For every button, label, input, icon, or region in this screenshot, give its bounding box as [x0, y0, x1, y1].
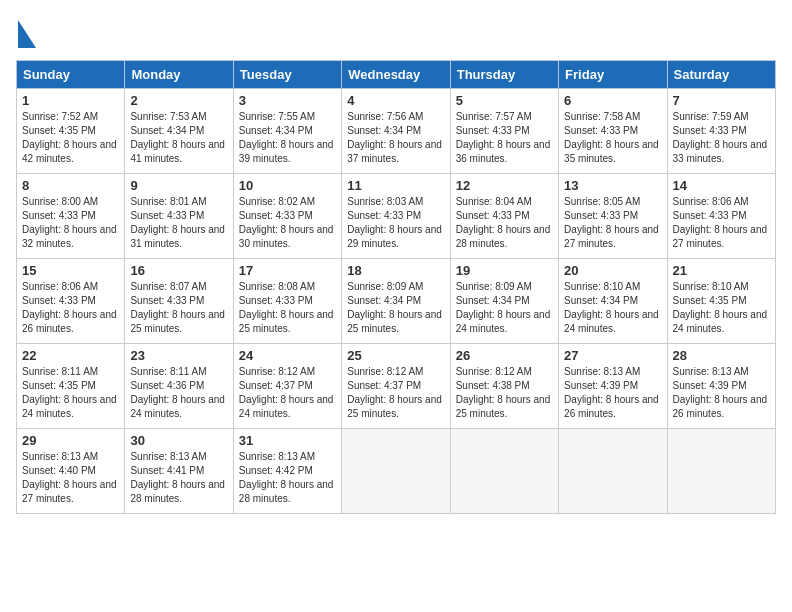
sunset-label: Sunset: 4:33 PM [456, 125, 530, 136]
calendar-cell: 24 Sunrise: 8:12 AM Sunset: 4:37 PM Dayl… [233, 344, 341, 429]
cell-content: Sunrise: 7:57 AM Sunset: 4:33 PM Dayligh… [456, 110, 553, 166]
sunset-label: Sunset: 4:42 PM [239, 465, 313, 476]
daylight-label: Daylight: 8 hours and 26 minutes. [564, 394, 659, 419]
day-number: 8 [22, 178, 119, 193]
sunset-label: Sunset: 4:34 PM [130, 125, 204, 136]
sunrise-label: Sunrise: 8:04 AM [456, 196, 532, 207]
calendar-cell: 15 Sunrise: 8:06 AM Sunset: 4:33 PM Dayl… [17, 259, 125, 344]
daylight-label: Daylight: 8 hours and 24 minutes. [130, 394, 225, 419]
daylight-label: Daylight: 8 hours and 24 minutes. [22, 394, 117, 419]
cell-content: Sunrise: 8:13 AM Sunset: 4:39 PM Dayligh… [564, 365, 661, 421]
day-number: 26 [456, 348, 553, 363]
cell-content: Sunrise: 8:06 AM Sunset: 4:33 PM Dayligh… [673, 195, 770, 251]
daylight-label: Daylight: 8 hours and 28 minutes. [456, 224, 551, 249]
cell-content: Sunrise: 8:11 AM Sunset: 4:36 PM Dayligh… [130, 365, 227, 421]
day-number: 27 [564, 348, 661, 363]
calendar-cell: 29 Sunrise: 8:13 AM Sunset: 4:40 PM Dayl… [17, 429, 125, 514]
cell-content: Sunrise: 8:06 AM Sunset: 4:33 PM Dayligh… [22, 280, 119, 336]
daylight-label: Daylight: 8 hours and 24 minutes. [456, 309, 551, 334]
sunset-label: Sunset: 4:35 PM [22, 380, 96, 391]
calendar-cell: 30 Sunrise: 8:13 AM Sunset: 4:41 PM Dayl… [125, 429, 233, 514]
daylight-label: Daylight: 8 hours and 36 minutes. [456, 139, 551, 164]
day-number: 4 [347, 93, 444, 108]
sunset-label: Sunset: 4:34 PM [347, 295, 421, 306]
cell-content: Sunrise: 8:07 AM Sunset: 4:33 PM Dayligh… [130, 280, 227, 336]
day-number: 17 [239, 263, 336, 278]
week-row-3: 15 Sunrise: 8:06 AM Sunset: 4:33 PM Dayl… [17, 259, 776, 344]
cell-content: Sunrise: 7:55 AM Sunset: 4:34 PM Dayligh… [239, 110, 336, 166]
daylight-label: Daylight: 8 hours and 33 minutes. [673, 139, 768, 164]
sunset-label: Sunset: 4:33 PM [347, 210, 421, 221]
day-number: 21 [673, 263, 770, 278]
cell-content: Sunrise: 7:52 AM Sunset: 4:35 PM Dayligh… [22, 110, 119, 166]
day-number: 28 [673, 348, 770, 363]
calendar-cell: 31 Sunrise: 8:13 AM Sunset: 4:42 PM Dayl… [233, 429, 341, 514]
daylight-label: Daylight: 8 hours and 42 minutes. [22, 139, 117, 164]
day-number: 5 [456, 93, 553, 108]
calendar-cell: 7 Sunrise: 7:59 AM Sunset: 4:33 PM Dayli… [667, 89, 775, 174]
weekday-header-saturday: Saturday [667, 61, 775, 89]
cell-content: Sunrise: 8:09 AM Sunset: 4:34 PM Dayligh… [456, 280, 553, 336]
day-number: 18 [347, 263, 444, 278]
cell-content: Sunrise: 8:13 AM Sunset: 4:41 PM Dayligh… [130, 450, 227, 506]
logo [16, 16, 106, 52]
sunset-label: Sunset: 4:33 PM [564, 210, 638, 221]
cell-content: Sunrise: 8:12 AM Sunset: 4:38 PM Dayligh… [456, 365, 553, 421]
weekday-header-sunday: Sunday [17, 61, 125, 89]
sunrise-label: Sunrise: 8:02 AM [239, 196, 315, 207]
cell-content: Sunrise: 8:02 AM Sunset: 4:33 PM Dayligh… [239, 195, 336, 251]
day-number: 25 [347, 348, 444, 363]
cell-content: Sunrise: 8:13 AM Sunset: 4:42 PM Dayligh… [239, 450, 336, 506]
calendar-cell [559, 429, 667, 514]
weekday-header-monday: Monday [125, 61, 233, 89]
daylight-label: Daylight: 8 hours and 27 minutes. [673, 224, 768, 249]
calendar-cell: 14 Sunrise: 8:06 AM Sunset: 4:33 PM Dayl… [667, 174, 775, 259]
calendar-cell: 9 Sunrise: 8:01 AM Sunset: 4:33 PM Dayli… [125, 174, 233, 259]
calendar-cell: 17 Sunrise: 8:08 AM Sunset: 4:33 PM Dayl… [233, 259, 341, 344]
day-number: 14 [673, 178, 770, 193]
daylight-label: Daylight: 8 hours and 29 minutes. [347, 224, 442, 249]
sunrise-label: Sunrise: 8:01 AM [130, 196, 206, 207]
sunrise-label: Sunrise: 7:55 AM [239, 111, 315, 122]
sunset-label: Sunset: 4:33 PM [130, 210, 204, 221]
sunrise-label: Sunrise: 8:05 AM [564, 196, 640, 207]
calendar-cell: 4 Sunrise: 7:56 AM Sunset: 4:34 PM Dayli… [342, 89, 450, 174]
cell-content: Sunrise: 8:09 AM Sunset: 4:34 PM Dayligh… [347, 280, 444, 336]
week-row-5: 29 Sunrise: 8:13 AM Sunset: 4:40 PM Dayl… [17, 429, 776, 514]
daylight-label: Daylight: 8 hours and 31 minutes. [130, 224, 225, 249]
calendar-cell: 20 Sunrise: 8:10 AM Sunset: 4:34 PM Dayl… [559, 259, 667, 344]
calendar-cell: 16 Sunrise: 8:07 AM Sunset: 4:33 PM Dayl… [125, 259, 233, 344]
cell-content: Sunrise: 8:13 AM Sunset: 4:39 PM Dayligh… [673, 365, 770, 421]
calendar-cell [450, 429, 558, 514]
daylight-label: Daylight: 8 hours and 24 minutes. [564, 309, 659, 334]
daylight-label: Daylight: 8 hours and 37 minutes. [347, 139, 442, 164]
daylight-label: Daylight: 8 hours and 26 minutes. [22, 309, 117, 334]
day-number: 24 [239, 348, 336, 363]
cell-content: Sunrise: 8:00 AM Sunset: 4:33 PM Dayligh… [22, 195, 119, 251]
sunset-label: Sunset: 4:40 PM [22, 465, 96, 476]
day-number: 11 [347, 178, 444, 193]
calendar-cell [342, 429, 450, 514]
daylight-label: Daylight: 8 hours and 26 minutes. [673, 394, 768, 419]
calendar-cell: 2 Sunrise: 7:53 AM Sunset: 4:34 PM Dayli… [125, 89, 233, 174]
day-number: 12 [456, 178, 553, 193]
page-header [16, 16, 776, 52]
cell-content: Sunrise: 8:13 AM Sunset: 4:40 PM Dayligh… [22, 450, 119, 506]
sunset-label: Sunset: 4:33 PM [673, 125, 747, 136]
calendar-cell: 21 Sunrise: 8:10 AM Sunset: 4:35 PM Dayl… [667, 259, 775, 344]
cell-content: Sunrise: 8:01 AM Sunset: 4:33 PM Dayligh… [130, 195, 227, 251]
sunrise-label: Sunrise: 8:06 AM [673, 196, 749, 207]
daylight-label: Daylight: 8 hours and 25 minutes. [456, 394, 551, 419]
calendar-cell: 18 Sunrise: 8:09 AM Sunset: 4:34 PM Dayl… [342, 259, 450, 344]
sunset-label: Sunset: 4:37 PM [239, 380, 313, 391]
sunset-label: Sunset: 4:36 PM [130, 380, 204, 391]
daylight-label: Daylight: 8 hours and 35 minutes. [564, 139, 659, 164]
cell-content: Sunrise: 7:58 AM Sunset: 4:33 PM Dayligh… [564, 110, 661, 166]
weekday-header-row: SundayMondayTuesdayWednesdayThursdayFrid… [17, 61, 776, 89]
sunset-label: Sunset: 4:33 PM [673, 210, 747, 221]
day-number: 1 [22, 93, 119, 108]
cell-content: Sunrise: 7:59 AM Sunset: 4:33 PM Dayligh… [673, 110, 770, 166]
daylight-label: Daylight: 8 hours and 25 minutes. [347, 394, 442, 419]
sunset-label: Sunset: 4:39 PM [673, 380, 747, 391]
daylight-label: Daylight: 8 hours and 25 minutes. [130, 309, 225, 334]
